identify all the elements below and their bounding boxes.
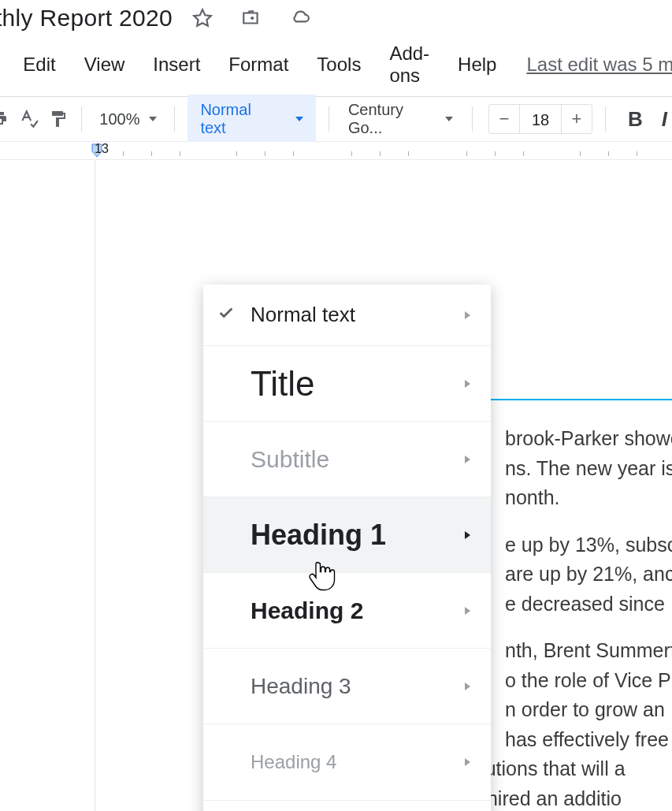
document-title[interactable]: onthly Report 2020	[0, 5, 173, 32]
style-heading-1[interactable]: Heading 1	[203, 497, 491, 573]
toolbar-separator	[174, 106, 175, 132]
chevron-down-icon	[445, 117, 453, 121]
style-label: Normal text	[251, 303, 459, 327]
chevron-down-icon	[295, 117, 303, 121]
menu-tools[interactable]: Tools	[303, 54, 375, 76]
toolbar-separator	[472, 106, 473, 132]
bold-button[interactable]: B	[614, 107, 657, 132]
toolbar-separator	[329, 106, 329, 132]
font-size-decrease-button[interactable]: −	[489, 104, 519, 134]
spellcheck-icon[interactable]	[14, 109, 44, 129]
font-size-group: − 18 +	[488, 104, 592, 134]
menu-insert[interactable]: Insert	[139, 54, 214, 76]
paragraph-styles-menu: Normal text Title Subtitle Heading 1 Hea…	[203, 285, 491, 811]
style-heading-3[interactable]: Heading 3	[203, 649, 491, 724]
style-title[interactable]: Title	[203, 346, 491, 422]
menu-help[interactable]: Help	[444, 54, 510, 76]
chevron-right-icon	[465, 380, 470, 388]
chevron-down-icon	[149, 117, 157, 121]
chevron-right-icon	[465, 683, 470, 690]
ruler-number: 1	[95, 142, 102, 159]
chevron-right-icon	[465, 607, 470, 615]
font-size-input[interactable]: 18	[519, 105, 562, 133]
chevron-right-icon	[465, 531, 470, 539]
last-edit-link[interactable]: Last edit was 5 minute	[526, 54, 672, 76]
style-label: Title	[251, 364, 459, 404]
paint-format-icon[interactable]	[44, 110, 74, 128]
svg-marker-0	[194, 9, 211, 26]
paragraph-styles-dropdown[interactable]: Normal text	[187, 95, 316, 143]
style-heading-4[interactable]: Heading 4	[203, 724, 491, 800]
ruler[interactable]: 1 3	[0, 142, 672, 160]
style-heading-2[interactable]: Heading 2	[203, 573, 491, 649]
font-family-dropdown[interactable]: Century Go...	[337, 101, 464, 137]
style-label: Subtitle	[251, 446, 459, 473]
menu-format[interactable]: Format	[214, 54, 303, 76]
move-icon[interactable]	[236, 8, 267, 28]
cloud-icon[interactable]	[284, 8, 316, 28]
font-family-label: Century Go...	[348, 101, 436, 137]
menu-edit[interactable]: Edit	[9, 54, 69, 76]
style-label: Heading 2	[251, 597, 459, 624]
chevron-right-icon	[465, 311, 470, 319]
style-subtitle[interactable]: Subtitle	[203, 422, 491, 497]
style-normal-text[interactable]: Normal text	[203, 285, 491, 346]
zoom-dropdown[interactable]: 100%	[90, 110, 166, 128]
chevron-right-icon	[465, 758, 470, 766]
style-options[interactable]: Options	[203, 800, 491, 811]
styles-label: Normal text	[200, 101, 275, 137]
menu-file[interactable]: e	[0, 54, 9, 76]
italic-button[interactable]: I	[657, 107, 672, 132]
chevron-right-icon	[465, 456, 470, 463]
print-icon[interactable]	[0, 110, 14, 128]
style-label: Heading 1	[251, 519, 459, 552]
style-label: Heading 3	[251, 674, 459, 699]
menu-addons[interactable]: Add-ons	[375, 43, 444, 87]
menu-view[interactable]: View	[70, 54, 139, 76]
star-icon[interactable]	[187, 8, 218, 28]
toolbar-separator	[605, 106, 606, 132]
zoom-value: 100%	[99, 110, 139, 128]
check-icon	[217, 304, 235, 326]
style-label: Heading 4	[251, 751, 459, 773]
toolbar-separator	[81, 106, 82, 132]
ruler-number: 3	[102, 142, 109, 159]
font-size-increase-button[interactable]: +	[562, 104, 592, 134]
